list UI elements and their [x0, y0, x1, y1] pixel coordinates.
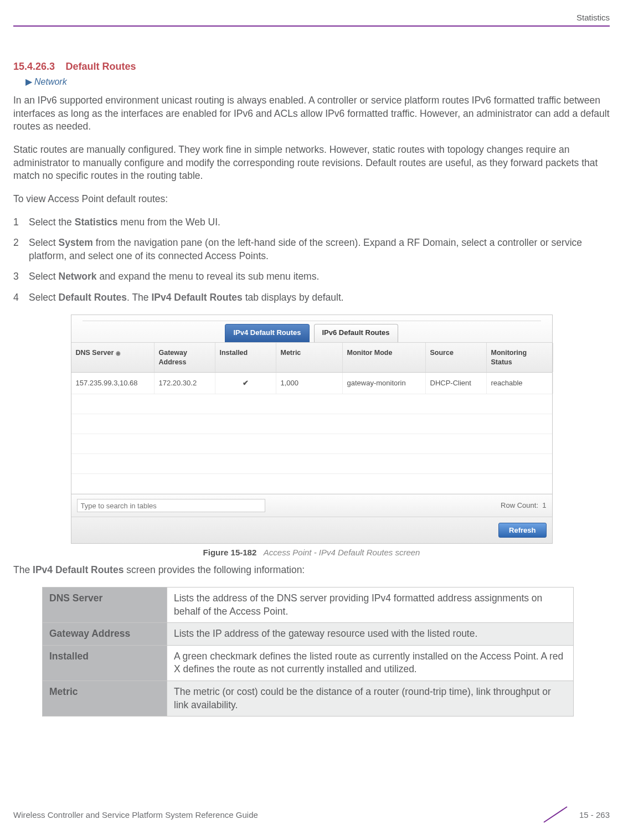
tab-bar: IPv4 Default Routes IPv6 Default Routes [71, 315, 552, 343]
checkmark-icon: ✔ [215, 373, 276, 394]
desc-value: A green checkmark defines the listed rou… [167, 645, 574, 681]
step-text: . The [127, 292, 151, 303]
step-1: 1 Select the Statistics menu from the We… [13, 216, 610, 229]
step-bold: Statistics [75, 217, 118, 228]
desc-row-installed: Installed A green checkmark defines the … [43, 645, 574, 681]
step-bold: Default Routes [59, 292, 127, 303]
button-row: Refresh [71, 517, 552, 543]
figure-label: Figure 15-182 [203, 548, 257, 557]
desc-key: Metric [43, 681, 167, 717]
grid-header-row: DNS Server◉ Gateway Address Installed Me… [71, 343, 552, 373]
desc-row-gateway-address: Gateway Address Lists the IP address of … [43, 623, 574, 646]
empty-row [71, 414, 552, 434]
screenshot-wrapper: IPv4 Default Routes IPv6 Default Routes … [13, 315, 610, 544]
col-dns-server[interactable]: DNS Server◉ [71, 343, 155, 373]
page-header: Statistics [13, 12, 610, 23]
description-table: DNS Server Lists the address of the DNS … [42, 587, 574, 717]
step-3: 3 Select Network and expand the menu to … [13, 270, 610, 284]
step-number: 2 [13, 236, 29, 262]
figure-caption-text: Access Point - IPv4 Default Routes scree… [264, 548, 420, 557]
empty-row [71, 434, 552, 454]
tab-ipv4-default-routes[interactable]: IPv4 Default Routes [225, 324, 309, 342]
page-number-box: 15 - 263 [540, 806, 610, 824]
refresh-button[interactable]: Refresh [498, 523, 546, 538]
empty-row [71, 394, 552, 414]
steps-list: 1 Select the Statistics menu from the We… [13, 216, 610, 305]
desc-key: DNS Server [43, 587, 167, 622]
breadcrumb[interactable]: ▶Network [25, 76, 610, 88]
text-bold: IPv4 Default Routes [33, 564, 123, 575]
col-metric[interactable]: Metric [276, 343, 343, 373]
page-slash-icon [540, 806, 574, 824]
sort-icon[interactable]: ◉ [116, 350, 121, 356]
cell-monitor-mode: gateway-monitorin [343, 373, 426, 394]
breadcrumb-arrow-icon: ▶ [25, 77, 32, 86]
text: screen provides the following informatio… [123, 564, 305, 575]
step-bold: System [59, 237, 93, 248]
page-number: 15 - 263 [579, 810, 610, 821]
routes-grid: DNS Server◉ Gateway Address Installed Me… [71, 343, 552, 494]
text: The [13, 564, 33, 575]
row-count-value: 1 [542, 501, 546, 509]
empty-row [71, 474, 552, 494]
desc-value: Lists the IP address of the gateway reso… [167, 623, 574, 646]
col-gateway-address[interactable]: Gateway Address [155, 343, 215, 373]
step-number: 1 [13, 216, 29, 229]
doc-title: Wireless Controller and Service Platform… [13, 810, 258, 821]
cell-source: DHCP-Client [426, 373, 487, 394]
col-source[interactable]: Source [426, 343, 487, 373]
section-title: Default Routes [66, 61, 136, 72]
step-text: Select [29, 237, 59, 248]
search-input[interactable] [77, 499, 265, 512]
step-text: Select [29, 271, 59, 282]
step-number: 3 [13, 270, 29, 284]
step-number: 4 [13, 291, 29, 305]
desc-value: The metric (or cost) could be the distan… [167, 681, 574, 717]
breadcrumb-link[interactable]: Network [34, 77, 67, 86]
col-monitoring-status[interactable]: Monitoring Status [487, 343, 553, 373]
tab-ipv6-default-routes[interactable]: IPv6 Default Routes [314, 324, 398, 342]
after-figure-text: The IPv4 Default Routes screen provides … [13, 564, 610, 577]
grid-footer: Row Count: 1 [71, 494, 552, 517]
paragraph-2: Static routes are manually configured. T… [13, 143, 610, 183]
ipv4-default-routes-panel: IPv4 Default Routes IPv6 Default Routes … [71, 315, 553, 544]
figure-caption: Figure 15-182 Access Point - IPv4 Defaul… [13, 547, 610, 558]
step-text: and expand the menu to reveal its sub me… [97, 271, 320, 282]
col-monitor-mode[interactable]: Monitor Mode [343, 343, 426, 373]
desc-key: Installed [43, 645, 167, 681]
row-count: Row Count: 1 [501, 501, 546, 511]
step-bold: IPv4 Default Routes [151, 292, 242, 303]
step-text: Select the [29, 217, 75, 228]
section-label: Statistics [576, 13, 610, 22]
desc-row-dns-server: DNS Server Lists the address of the DNS … [43, 587, 574, 622]
paragraph-1: In an IPv6 supported environment unicast… [13, 94, 610, 133]
content-area: 15.4.26.3 Default Routes ▶Network In an … [13, 60, 610, 717]
desc-key: Gateway Address [43, 623, 167, 646]
step-text: Select [29, 292, 59, 303]
cell-gateway-address: 172.20.30.2 [155, 373, 215, 394]
cell-monitoring-status: reachable [487, 373, 553, 394]
col-installed[interactable]: Installed [215, 343, 276, 373]
step-bold: Network [59, 271, 97, 282]
cell-metric: 1,000 [276, 373, 343, 394]
step-text: tab displays by default. [243, 292, 344, 303]
row-count-label: Row Count: [501, 501, 538, 509]
desc-value: Lists the address of the DNS server prov… [167, 587, 574, 622]
page-footer: Wireless Controller and Service Platform… [13, 806, 610, 824]
header-rule [13, 25, 610, 27]
step-4: 4 Select Default Routes. The IPv4 Defaul… [13, 291, 610, 305]
paragraph-3: To view Access Point default routes: [13, 193, 610, 206]
section-number: 15.4.26.3 [13, 61, 55, 72]
step-2: 2 Select System from the navigation pane… [13, 236, 610, 262]
table-row[interactable]: 157.235.99.3,10.68 172.20.30.2 ✔ 1,000 g… [71, 373, 552, 394]
step-text: from the navigation pane (on the left-ha… [29, 237, 582, 261]
cell-dns-server: 157.235.99.3,10.68 [71, 373, 155, 394]
desc-row-metric: Metric The metric (or cost) could be the… [43, 681, 574, 717]
step-text: menu from the Web UI. [118, 217, 220, 228]
section-heading: 15.4.26.3 Default Routes [13, 60, 610, 74]
empty-row [71, 454, 552, 474]
svg-line-0 [544, 807, 567, 822]
